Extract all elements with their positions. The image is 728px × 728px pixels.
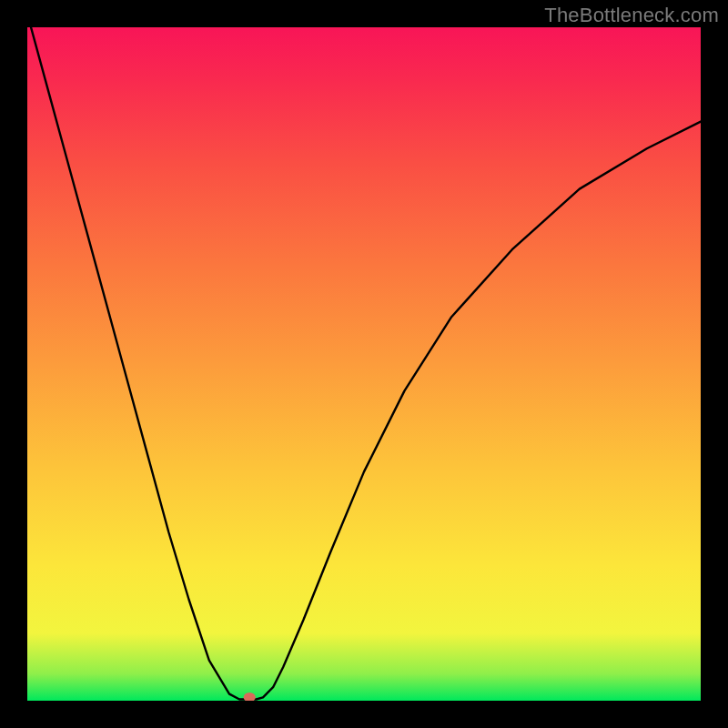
chart-background: [27, 27, 701, 701]
chart-svg: [0, 0, 728, 728]
watermark-text: TheBottleneck.com: [544, 4, 719, 27]
chart-frame: [701, 0, 728, 728]
chart-frame: [0, 701, 728, 728]
chart-frame: [0, 0, 27, 728]
bottleneck-chart: [0, 0, 728, 728]
